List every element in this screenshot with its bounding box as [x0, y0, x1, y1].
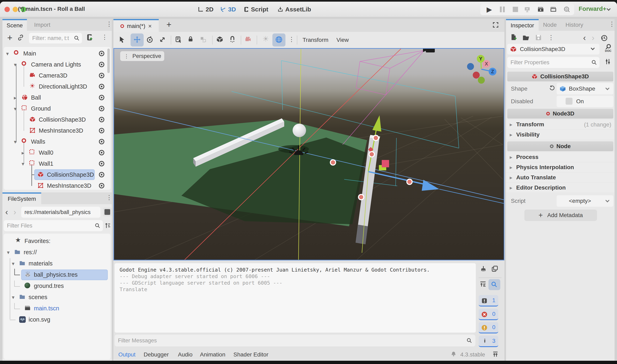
fs-res-root[interactable]: ▾ res:// [4, 247, 111, 258]
expand-viewport-icon[interactable] [492, 21, 499, 28]
section-visibility[interactable]: ▸Visibility [506, 130, 615, 139]
collapse-icon[interactable]: ▾ [14, 139, 16, 145]
collapse-icon[interactable]: ▾ [6, 51, 9, 57]
edit-count-badge[interactable]: 3 [479, 336, 498, 347]
history-clock-icon[interactable] [600, 34, 608, 41]
3d-viewport[interactable]: ⋮ Perspective Y X Z [114, 48, 504, 260]
new-resource-icon[interactable] [510, 34, 517, 41]
view-menu[interactable]: View [336, 37, 349, 43]
sort-files-icon[interactable] [104, 222, 111, 229]
tree-node-walls[interactable]: ▾ Walls [4, 136, 111, 147]
visibility-eye-icon[interactable] [98, 149, 105, 156]
move-tool-icon[interactable] [133, 36, 141, 43]
visibility-eye-icon[interactable] [98, 105, 105, 112]
stop-button[interactable] [511, 5, 519, 13]
add-metadata-button[interactable]: + Add Metadata [524, 209, 597, 221]
close-window-button[interactable] [4, 7, 10, 12]
scene-tab-main[interactable]: main(*) × [114, 19, 159, 32]
renderer-select[interactable]: Forward+ [579, 5, 606, 12]
fs-file-ground-tres[interactable]: ground.tres [4, 281, 111, 292]
tree-node-meshinstance3d-wall1[interactable]: MeshInstance3D [4, 180, 111, 190]
instance-scene-button[interactable] [17, 34, 24, 41]
notification-bell-icon[interactable] [450, 351, 457, 357]
visibility-eye-icon[interactable] [98, 72, 105, 79]
inspector-filter-input[interactable] [507, 59, 591, 66]
error-count-badge[interactable]: 0 [479, 309, 498, 320]
tree-node-main[interactable]: ▾ Main [4, 48, 111, 59]
filesystem-dock-menu-icon[interactable]: ⋮ [106, 195, 112, 201]
section-physics-interpolation[interactable]: ▸Physics Interpolation [506, 163, 615, 172]
group-cube-icon[interactable] [216, 36, 223, 43]
category-node3d[interactable]: Node3D [507, 109, 613, 118]
tab-import[interactable]: Import [27, 19, 58, 31]
movie-maker-icon[interactable] [563, 5, 571, 13]
play-remote-button[interactable] [523, 5, 531, 13]
fs-file-icon-svg[interactable]: icon.svg [4, 314, 111, 325]
tree-node-meshinstance3d-ground[interactable]: MeshInstance3D [4, 125, 111, 136]
tab-audio[interactable]: Audio [178, 351, 193, 358]
selection-list-icon[interactable] [175, 36, 182, 43]
tab-3d[interactable]: 3D [220, 4, 236, 14]
axis-gizmo[interactable]: Y X Z [461, 51, 504, 88]
collapse-icon[interactable]: ▾ [7, 249, 10, 256]
section-editor-description[interactable]: ▸Editor Description [506, 183, 615, 192]
warning-count-badge[interactable]: 0 [479, 322, 498, 333]
ungroup-icon[interactable] [200, 36, 206, 43]
fs-folder-scenes[interactable]: ▾ scenes [4, 292, 111, 303]
visibility-eye-icon[interactable] [98, 138, 105, 145]
resource-extra-menu-icon[interactable]: ⋮ [548, 35, 554, 41]
collapse-icon[interactable]: ▾ [12, 260, 14, 267]
tree-node-ball[interactable]: ▸ Ball [4, 92, 111, 103]
play-button[interactable]: ▶ [485, 5, 493, 13]
tree-node-camera-and-lights[interactable]: ▾ Camera and Lights [4, 59, 111, 70]
fs-file-main-tscn[interactable]: main.tscn [4, 303, 111, 314]
viewport-extra-menu-icon[interactable]: ⋮ [288, 36, 295, 42]
visibility-eye-icon[interactable] [98, 50, 105, 57]
tree-node-wall1[interactable]: ▾ Wall1 [4, 158, 111, 169]
output-filter-input[interactable] [115, 338, 466, 344]
visibility-eye-icon[interactable] [98, 83, 105, 90]
message-count-badge[interactable]: 1 [479, 295, 498, 306]
collapse-duplicates-icon[interactable] [479, 281, 487, 288]
fs-favorites[interactable]: ★ Favorites: [4, 236, 111, 247]
tab-debugger[interactable]: Debugger [144, 351, 169, 358]
clear-output-icon[interactable] [480, 265, 487, 272]
visibility-eye-icon[interactable] [98, 61, 105, 68]
inspector-dock-menu-icon[interactable]: ⋮ [609, 21, 615, 27]
raise-panel-icon[interactable] [492, 351, 499, 357]
tab-output[interactable]: Output [118, 351, 135, 358]
collapse-icon[interactable]: ▾ [22, 161, 24, 167]
view-options-dots-icon[interactable]: ⋮ [124, 53, 129, 59]
select-tool-icon[interactable] [118, 36, 126, 43]
filesystem-filter-input[interactable] [4, 223, 95, 229]
play-custom-scene-button[interactable] [549, 5, 557, 13]
new-scene-tab-button[interactable]: + [165, 20, 173, 29]
history-back-icon[interactable]: ‹ [583, 34, 586, 42]
snap-magnet-icon[interactable] [229, 36, 236, 43]
copy-output-icon[interactable] [491, 265, 498, 272]
minimize-window-button[interactable] [13, 7, 18, 12]
save-resource-icon[interactable] [535, 34, 542, 41]
nav-forward-icon[interactable]: › [13, 208, 16, 216]
history-forward-icon[interactable]: › [592, 34, 594, 42]
sun-preview-icon[interactable]: ☀ [262, 35, 269, 43]
attach-script-button[interactable] [86, 34, 93, 41]
visibility-eye-icon[interactable] [98, 116, 105, 123]
expand-icon[interactable]: ▸ [22, 150, 24, 156]
tree-node-ground[interactable]: ▾ Ground [4, 103, 111, 114]
scene-filter-input[interactable] [29, 35, 74, 41]
shape-value-dropdown[interactable]: BoxShape [557, 83, 613, 94]
visibility-eye-icon[interactable] [98, 171, 105, 178]
tab-scene[interactable]: Scene [2, 19, 27, 31]
environment-globe-icon[interactable] [275, 36, 283, 43]
visibility-eye-icon[interactable] [98, 94, 105, 101]
nav-back-icon[interactable]: ‹ [5, 208, 8, 216]
tab-2d[interactable]: 2D [197, 4, 213, 14]
open-docs-icon[interactable]: DOC [604, 43, 613, 52]
tree-node-collisionshape3d-wall1[interactable]: CollisionShape3D [4, 169, 111, 180]
scene-tree-menu-icon[interactable]: ⋮ [102, 34, 108, 40]
tab-script[interactable]: Script [243, 4, 268, 14]
renderer-chevron-icon[interactable] [607, 7, 610, 11]
property-tools-icon[interactable] [604, 58, 611, 65]
tab-filesystem[interactable]: FileSystem [2, 192, 41, 204]
